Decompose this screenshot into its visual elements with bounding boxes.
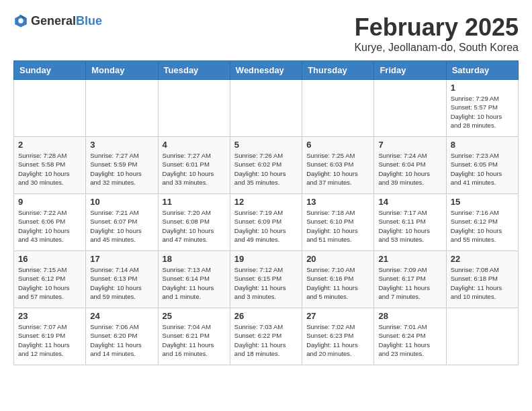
day-number: 21 bbox=[378, 254, 441, 264]
logo: GeneralBlue bbox=[13, 13, 102, 28]
calendar-cell: 28Sunrise: 7:01 AM Sunset: 6:24 PM Dayli… bbox=[374, 308, 446, 365]
day-info: Sunrise: 7:02 AM Sunset: 6:23 PM Dayligh… bbox=[306, 322, 369, 358]
calendar-cell: 17Sunrise: 7:14 AM Sunset: 6:13 PM Dayli… bbox=[86, 251, 158, 308]
logo-text-general: General bbox=[31, 14, 76, 28]
day-number: 2 bbox=[18, 140, 81, 150]
day-number: 22 bbox=[451, 254, 514, 264]
day-number: 24 bbox=[90, 311, 153, 321]
day-info: Sunrise: 7:27 AM Sunset: 6:01 PM Dayligh… bbox=[163, 151, 226, 187]
day-number: 11 bbox=[163, 197, 226, 207]
calendar-cell: 2Sunrise: 7:28 AM Sunset: 5:58 PM Daylig… bbox=[14, 137, 86, 194]
weekday-header: Saturday bbox=[446, 61, 518, 80]
day-info: Sunrise: 7:16 AM Sunset: 6:12 PM Dayligh… bbox=[451, 208, 514, 244]
day-number: 14 bbox=[378, 197, 441, 207]
calendar-cell: 27Sunrise: 7:02 AM Sunset: 6:23 PM Dayli… bbox=[302, 308, 374, 365]
day-number: 1 bbox=[451, 83, 514, 93]
calendar-cell: 12Sunrise: 7:19 AM Sunset: 6:09 PM Dayli… bbox=[230, 194, 302, 251]
day-number: 17 bbox=[90, 254, 153, 264]
day-number: 4 bbox=[163, 140, 226, 150]
day-info: Sunrise: 7:01 AM Sunset: 6:24 PM Dayligh… bbox=[378, 322, 441, 358]
calendar-week-row: 16Sunrise: 7:15 AM Sunset: 6:12 PM Dayli… bbox=[14, 251, 519, 308]
calendar-week-row: 2Sunrise: 7:28 AM Sunset: 5:58 PM Daylig… bbox=[14, 137, 519, 194]
calendar-cell: 13Sunrise: 7:18 AM Sunset: 6:10 PM Dayli… bbox=[302, 194, 374, 251]
calendar-cell: 3Sunrise: 7:27 AM Sunset: 5:59 PM Daylig… bbox=[86, 137, 158, 194]
calendar-cell bbox=[230, 80, 302, 137]
weekday-header: Sunday bbox=[14, 61, 86, 80]
day-info: Sunrise: 7:15 AM Sunset: 6:12 PM Dayligh… bbox=[18, 265, 81, 301]
calendar-week-row: 9Sunrise: 7:22 AM Sunset: 6:06 PM Daylig… bbox=[14, 194, 519, 251]
calendar-cell: 15Sunrise: 7:16 AM Sunset: 6:12 PM Dayli… bbox=[446, 194, 518, 251]
day-number: 19 bbox=[234, 254, 298, 264]
day-number: 12 bbox=[234, 197, 298, 207]
day-number: 28 bbox=[378, 311, 441, 321]
day-info: Sunrise: 7:07 AM Sunset: 6:19 PM Dayligh… bbox=[18, 322, 81, 358]
day-number: 10 bbox=[90, 197, 153, 207]
day-info: Sunrise: 7:29 AM Sunset: 5:57 PM Dayligh… bbox=[451, 94, 514, 130]
calendar-week-row: 23Sunrise: 7:07 AM Sunset: 6:19 PM Dayli… bbox=[14, 308, 519, 365]
weekday-header: Tuesday bbox=[158, 61, 230, 80]
day-info: Sunrise: 7:17 AM Sunset: 6:11 PM Dayligh… bbox=[378, 208, 441, 244]
calendar-cell: 19Sunrise: 7:12 AM Sunset: 6:15 PM Dayli… bbox=[230, 251, 302, 308]
day-number: 5 bbox=[234, 140, 298, 150]
calendar-cell: 24Sunrise: 7:06 AM Sunset: 6:20 PM Dayli… bbox=[86, 308, 158, 365]
calendar-cell: 22Sunrise: 7:08 AM Sunset: 6:18 PM Dayli… bbox=[446, 251, 518, 308]
calendar-cell: 18Sunrise: 7:13 AM Sunset: 6:14 PM Dayli… bbox=[158, 251, 230, 308]
day-number: 6 bbox=[306, 140, 369, 150]
day-info: Sunrise: 7:24 AM Sunset: 6:04 PM Dayligh… bbox=[378, 151, 441, 187]
day-number: 18 bbox=[163, 254, 226, 264]
calendar-table: SundayMondayTuesdayWednesdayThursdayFrid… bbox=[13, 60, 519, 365]
day-number: 8 bbox=[451, 140, 514, 150]
calendar-cell bbox=[14, 80, 86, 137]
calendar-cell: 10Sunrise: 7:21 AM Sunset: 6:07 PM Dayli… bbox=[86, 194, 158, 251]
calendar-cell bbox=[446, 308, 518, 365]
calendar-cell: 20Sunrise: 7:10 AM Sunset: 6:16 PM Dayli… bbox=[302, 251, 374, 308]
calendar-cell bbox=[86, 80, 158, 137]
calendar-cell: 8Sunrise: 7:23 AM Sunset: 6:05 PM Daylig… bbox=[446, 137, 518, 194]
calendar-cell bbox=[158, 80, 230, 137]
calendar-cell bbox=[302, 80, 374, 137]
logo-text-blue: Blue bbox=[76, 14, 102, 28]
calendar-cell: 9Sunrise: 7:22 AM Sunset: 6:06 PM Daylig… bbox=[14, 194, 86, 251]
day-info: Sunrise: 7:20 AM Sunset: 6:08 PM Dayligh… bbox=[163, 208, 226, 244]
calendar-cell: 23Sunrise: 7:07 AM Sunset: 6:19 PM Dayli… bbox=[14, 308, 86, 365]
day-number: 9 bbox=[18, 197, 81, 207]
calendar-cell: 6Sunrise: 7:25 AM Sunset: 6:03 PM Daylig… bbox=[302, 137, 374, 194]
day-number: 16 bbox=[18, 254, 81, 264]
weekday-header: Thursday bbox=[302, 61, 374, 80]
calendar-cell: 11Sunrise: 7:20 AM Sunset: 6:08 PM Dayli… bbox=[158, 194, 230, 251]
calendar-cell: 7Sunrise: 7:24 AM Sunset: 6:04 PM Daylig… bbox=[374, 137, 446, 194]
day-info: Sunrise: 7:10 AM Sunset: 6:16 PM Dayligh… bbox=[306, 265, 369, 301]
calendar-cell: 16Sunrise: 7:15 AM Sunset: 6:12 PM Dayli… bbox=[14, 251, 86, 308]
calendar-cell: 5Sunrise: 7:26 AM Sunset: 6:02 PM Daylig… bbox=[230, 137, 302, 194]
title-area: February 2025 Kurye, Jeollanam-do, South… bbox=[354, 13, 519, 54]
day-info: Sunrise: 7:18 AM Sunset: 6:10 PM Dayligh… bbox=[306, 208, 369, 244]
calendar-week-row: 1Sunrise: 7:29 AM Sunset: 5:57 PM Daylig… bbox=[14, 80, 519, 137]
calendar-cell: 4Sunrise: 7:27 AM Sunset: 6:01 PM Daylig… bbox=[158, 137, 230, 194]
header: GeneralBlue February 2025 Kurye, Jeollan… bbox=[13, 13, 519, 54]
day-info: Sunrise: 7:27 AM Sunset: 5:59 PM Dayligh… bbox=[90, 151, 153, 187]
calendar-cell: 26Sunrise: 7:03 AM Sunset: 6:22 PM Dayli… bbox=[230, 308, 302, 365]
day-number: 20 bbox=[306, 254, 369, 264]
day-info: Sunrise: 7:25 AM Sunset: 6:03 PM Dayligh… bbox=[306, 151, 369, 187]
location-title: Kurye, Jeollanam-do, South Korea bbox=[354, 42, 519, 54]
day-info: Sunrise: 7:26 AM Sunset: 6:02 PM Dayligh… bbox=[234, 151, 298, 187]
weekday-header: Monday bbox=[86, 61, 158, 80]
weekday-header: Friday bbox=[374, 61, 446, 80]
day-info: Sunrise: 7:04 AM Sunset: 6:21 PM Dayligh… bbox=[163, 322, 226, 358]
calendar-cell: 21Sunrise: 7:09 AM Sunset: 6:17 PM Dayli… bbox=[374, 251, 446, 308]
day-number: 23 bbox=[18, 311, 81, 321]
logo-icon bbox=[13, 13, 28, 28]
day-info: Sunrise: 7:12 AM Sunset: 6:15 PM Dayligh… bbox=[234, 265, 298, 301]
month-title: February 2025 bbox=[354, 13, 519, 42]
calendar-cell bbox=[374, 80, 446, 137]
day-info: Sunrise: 7:13 AM Sunset: 6:14 PM Dayligh… bbox=[163, 265, 226, 301]
calendar-cell: 14Sunrise: 7:17 AM Sunset: 6:11 PM Dayli… bbox=[374, 194, 446, 251]
day-info: Sunrise: 7:09 AM Sunset: 6:17 PM Dayligh… bbox=[378, 265, 441, 301]
day-number: 3 bbox=[90, 140, 153, 150]
day-number: 13 bbox=[306, 197, 369, 207]
calendar-cell: 1Sunrise: 7:29 AM Sunset: 5:57 PM Daylig… bbox=[446, 80, 518, 137]
day-number: 15 bbox=[451, 197, 514, 207]
calendar-cell: 25Sunrise: 7:04 AM Sunset: 6:21 PM Dayli… bbox=[158, 308, 230, 365]
day-info: Sunrise: 7:28 AM Sunset: 5:58 PM Dayligh… bbox=[18, 151, 81, 187]
day-info: Sunrise: 7:23 AM Sunset: 6:05 PM Dayligh… bbox=[451, 151, 514, 187]
